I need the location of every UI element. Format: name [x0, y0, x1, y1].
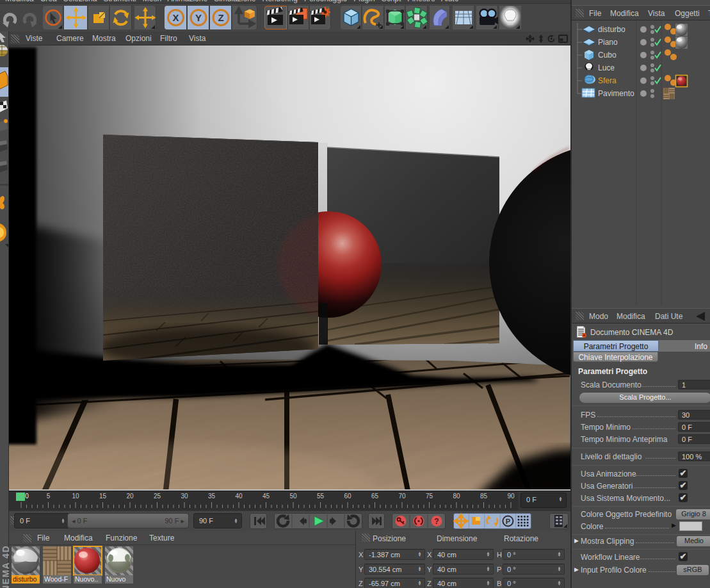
- svg-text:Z: Z: [218, 12, 223, 23]
- svg-text:85: 85: [480, 493, 488, 500]
- svg-text:65: 65: [371, 493, 379, 500]
- svg-text:70: 70: [398, 493, 406, 500]
- svg-text:disturbo: disturbo: [598, 25, 625, 34]
- svg-text:Piano: Piano: [598, 38, 618, 47]
- svg-text:0: 0: [25, 493, 29, 500]
- svg-text:40: 40: [235, 493, 243, 500]
- svg-text:Pavimento: Pavimento: [598, 89, 634, 98]
- svg-text:Cubo: Cubo: [598, 51, 617, 60]
- svg-text:30: 30: [181, 493, 188, 500]
- svg-text:60: 60: [344, 493, 351, 500]
- svg-text:80: 80: [453, 493, 460, 500]
- svg-text:P: P: [506, 518, 510, 525]
- svg-text:35: 35: [208, 493, 216, 500]
- svg-text:Luce: Luce: [598, 63, 615, 72]
- svg-text:45: 45: [262, 493, 270, 500]
- svg-text:Sfera: Sfera: [598, 76, 617, 85]
- svg-text:50: 50: [289, 493, 297, 500]
- svg-text:25: 25: [154, 493, 161, 500]
- svg-text:X: X: [172, 12, 179, 23]
- svg-text:55: 55: [317, 493, 325, 500]
- svg-text:90: 90: [507, 493, 515, 500]
- svg-text:20: 20: [126, 493, 134, 500]
- svg-text:15: 15: [99, 493, 107, 500]
- svg-text:Y: Y: [195, 12, 202, 23]
- svg-text:10: 10: [72, 493, 79, 500]
- svg-text:5: 5: [47, 493, 51, 500]
- svg-text:75: 75: [426, 493, 433, 500]
- svg-text:?: ?: [434, 517, 439, 526]
